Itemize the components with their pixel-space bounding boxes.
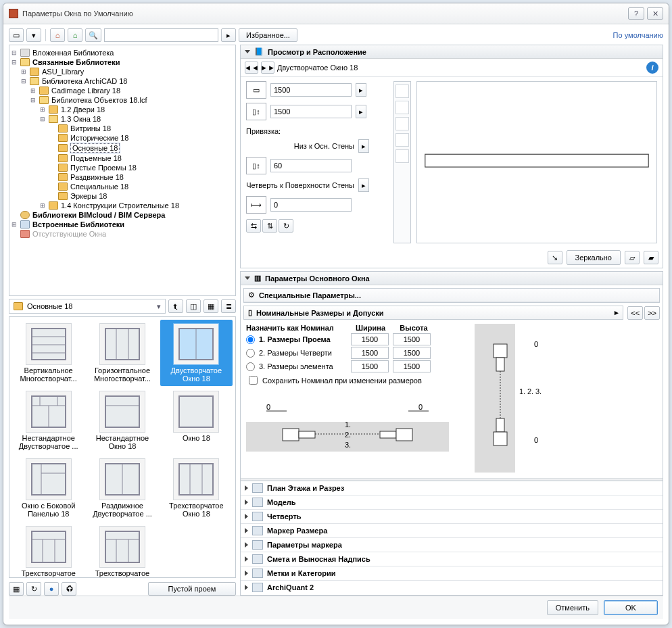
gallery-item[interactable]: ДвустворчатоеОкно 18 <box>160 320 233 386</box>
tree-label[interactable]: Встроенные Библиотеки <box>32 220 124 228</box>
tree-node[interactable]: ⊟Библиотека ArchiCAD 18 <box>11 76 234 86</box>
door-swing-a-button[interactable]: ▱ <box>625 251 640 264</box>
collapsed-panel-header[interactable]: Метки и Категории <box>241 566 663 580</box>
anchor1-input[interactable] <box>270 159 352 172</box>
gallery-item[interactable]: ТрехстворчатоеОкно с Фрамуга... <box>12 523 85 578</box>
tree-label[interactable]: Пустые Проемы 18 <box>70 164 137 172</box>
view-large-icon[interactable]: ◫ <box>186 299 201 313</box>
expand-icon[interactable]: ⊞ <box>11 221 18 228</box>
radio-reveal-size[interactable] <box>246 349 255 358</box>
collapsed-panel-header[interactable]: Четверть <box>241 509 663 523</box>
nav-next-button[interactable]: ►► <box>261 62 274 74</box>
expand-icon[interactable]: ⊟ <box>20 78 27 84</box>
expand-icon[interactable]: ⊞ <box>20 68 27 75</box>
help-button[interactable]: ? <box>628 7 644 20</box>
tree-label[interactable]: 1.4 Конструкции Строительные 18 <box>61 201 179 210</box>
tree-node[interactable]: Отсутствующие Окна <box>11 229 234 239</box>
up-folder-button[interactable]: ⮬ <box>168 299 183 313</box>
params-panel-header[interactable]: ▥ Параметры Основного Окна <box>241 272 663 285</box>
height-input[interactable] <box>270 105 352 118</box>
gallery-item[interactable]: ГоризонтальноеМногостворчат... <box>86 320 158 386</box>
r1-h-input[interactable] <box>393 333 431 345</box>
empty-opening-button[interactable]: Пустой проем <box>148 582 236 596</box>
tree-label[interactable]: Отсутствующие Окна <box>32 230 106 238</box>
tree-label[interactable]: Библиотека Объектов 18.lcf <box>51 96 147 104</box>
crumb-dropdown-icon[interactable]: ▾ <box>157 302 161 311</box>
tree-label[interactable]: Эркеры 18 <box>70 192 107 200</box>
tree-label[interactable]: ASU_Library <box>42 68 84 76</box>
tree-node[interactable]: Эркеры 18 <box>11 191 234 201</box>
anchor2-input[interactable] <box>270 198 352 212</box>
expand-icon[interactable]: ⊟ <box>11 59 18 66</box>
tree-node[interactable]: Исторические 18 <box>11 133 234 143</box>
width-stepper[interactable]: ▸ <box>356 83 366 97</box>
tree-label[interactable]: Витрины 18 <box>70 124 111 132</box>
gallery-item[interactable]: ВертикальноеМногостворчат... <box>12 320 85 386</box>
tree-label[interactable]: Cadimage Library 18 <box>51 87 120 95</box>
radio-unit-size[interactable] <box>246 362 255 371</box>
view-side-button[interactable] <box>395 133 409 147</box>
flip-v-button[interactable]: ⇅ <box>262 219 277 233</box>
view-plan-button[interactable] <box>395 149 409 163</box>
search-go-button[interactable]: ▸ <box>221 28 236 42</box>
keep-nominal-input[interactable] <box>249 376 258 385</box>
height-stepper[interactable]: ▸ <box>356 105 366 118</box>
tree-node[interactable]: ⊞ASU_Library <box>11 67 234 76</box>
home-button[interactable]: ⮉ <box>62 582 76 596</box>
tree-label[interactable]: 1.2 Двери 18 <box>61 105 105 114</box>
width-input[interactable] <box>270 83 352 97</box>
collapsed-panel-header[interactable]: ArchiQuant 2 <box>241 580 663 594</box>
search-icon[interactable]: 🔍 <box>85 28 101 42</box>
tree-node[interactable]: ⊞1.2 Двери 18 <box>11 105 234 114</box>
tree-node[interactable]: ⊞Встроенные Библиотеки <box>11 220 234 229</box>
favorites-button[interactable]: Избранное... <box>239 28 297 42</box>
tree-node[interactable]: ⊟Связанные Библиотеки <box>11 57 234 67</box>
tree-node[interactable]: Пустые Проемы 18 <box>11 163 234 172</box>
folder-crumb[interactable]: Основные 18 ▾ <box>9 299 166 314</box>
r2-h-input[interactable] <box>393 347 431 359</box>
tree-node[interactable]: ⊟Библиотека Объектов 18.lcf <box>11 95 234 105</box>
gallery-item[interactable]: Окно с БоковойПанелью 18 <box>12 455 85 521</box>
anchor2-chooser[interactable]: ▸ <box>358 178 369 192</box>
library-icon-b[interactable]: ⌂ <box>68 28 82 42</box>
tree-label[interactable]: Библиотеки BIMcloud / BIM Сервера <box>32 211 165 219</box>
tree-label[interactable]: Подъемные 18 <box>70 154 122 162</box>
library-tree[interactable]: ⊟Вложенная Библиотека⊟Связанные Библиоте… <box>9 45 236 296</box>
gallery-item[interactable]: РаздвижноеДвустворчатое ... <box>86 455 158 521</box>
keep-nominal-checkbox[interactable]: Сохранить Номинал при изменении размеров <box>246 374 449 387</box>
gallery-item[interactable]: ТрехстворчатоеОкно 18 <box>160 455 233 521</box>
tree-label[interactable]: Исторические 18 <box>70 134 128 142</box>
r2-w-input[interactable] <box>351 347 389 359</box>
tab-nominal-sizes[interactable]: ▯ Номинальные Размеры и Допуски ▸ <box>243 306 623 320</box>
gallery-item[interactable]: ТрехстворчатоеОкно с Фрамуго... <box>86 523 158 578</box>
tree-node[interactable]: Библиотеки BIMcloud / BIM Сервера <box>11 210 234 220</box>
collapsed-panel-header[interactable]: Маркер Размера <box>241 523 663 537</box>
view-elev-button[interactable] <box>395 117 409 130</box>
tree-node[interactable]: ⊟1.3 Окна 18 <box>11 114 234 124</box>
r1-w-input[interactable] <box>351 333 389 345</box>
expand-icon[interactable]: ⊟ <box>11 49 18 56</box>
collapsed-panel-header[interactable]: План Этажа и Разрез <box>241 481 663 495</box>
tree-label[interactable]: 1.3 Окна 18 <box>61 115 101 123</box>
tree-node[interactable]: Раздвижные 18 <box>11 172 234 182</box>
tree-node[interactable]: ⊞1.4 Конструкции Строительные 18 <box>11 201 234 210</box>
special-params-header[interactable]: ⚙ Специальные Параметры... <box>244 289 659 302</box>
view-mode-button[interactable]: ▭ <box>9 28 24 42</box>
search-input[interactable] <box>104 28 218 42</box>
tree-node[interactable]: Витрины 18 <box>11 124 234 133</box>
nav-prev-button[interactable]: ◄◄ <box>245 62 258 74</box>
gallery-item[interactable]: НестандартноеДвустворчатое ... <box>12 387 85 454</box>
restore-defaults-link[interactable]: По умолчанию <box>613 31 663 39</box>
expand-icon[interactable]: ⊞ <box>39 202 46 209</box>
dropdown-button[interactable]: ▾ <box>26 28 41 42</box>
web-button[interactable]: ● <box>44 582 59 596</box>
page-next-button[interactable]: >> <box>644 306 660 320</box>
r3-h-input[interactable] <box>393 360 431 372</box>
ok-button[interactable]: OK <box>604 600 658 615</box>
tree-label[interactable]: Основные 18 <box>70 143 120 153</box>
anchor1-chooser[interactable]: ▸ <box>358 139 369 153</box>
close-button[interactable]: ✕ <box>647 7 663 20</box>
view-2d-button[interactable] <box>395 84 409 98</box>
reload-button[interactable]: ↻ <box>26 582 41 596</box>
preview-panel-header[interactable]: 📘 Просмотр и Расположение <box>241 45 663 59</box>
